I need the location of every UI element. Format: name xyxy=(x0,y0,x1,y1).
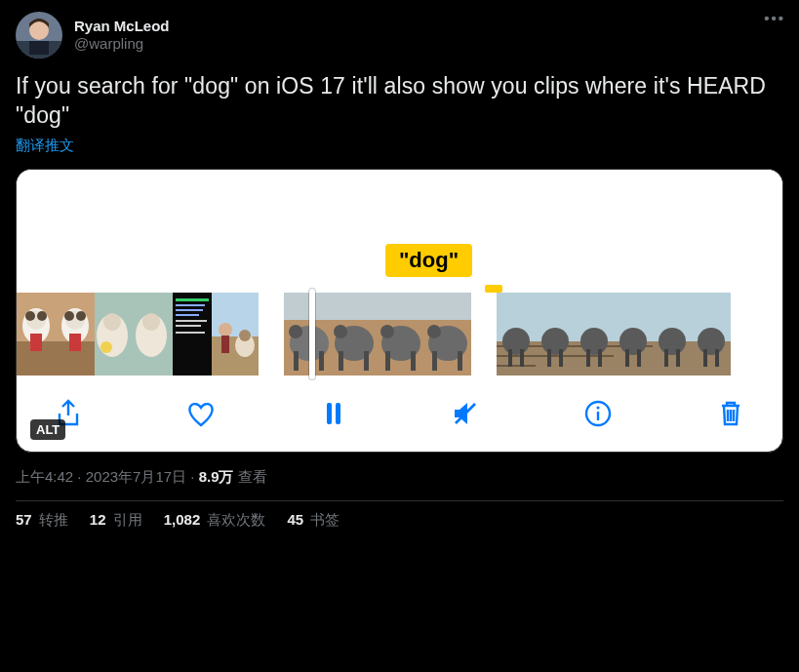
info-icon[interactable] xyxy=(578,393,619,434)
meta-views-label: 查看 xyxy=(234,468,267,485)
svg-point-83 xyxy=(580,328,608,355)
svg-point-8 xyxy=(25,311,35,321)
svg-rect-59 xyxy=(424,293,471,320)
svg-point-99 xyxy=(698,328,725,355)
svg-rect-90 xyxy=(625,349,629,367)
svg-rect-100 xyxy=(703,349,707,367)
author-names[interactable]: Ryan McLeod @warpling xyxy=(74,18,170,53)
svg-rect-36 xyxy=(221,336,229,353)
svg-point-43 xyxy=(289,325,302,338)
svg-rect-27 xyxy=(176,304,205,306)
alt-badge[interactable]: ALT xyxy=(30,419,65,440)
svg-rect-70 xyxy=(508,349,512,367)
meta-date: 2023年7月17日 xyxy=(86,468,186,485)
meta-time: 上午4:42 xyxy=(16,468,73,485)
handle: @warpling xyxy=(74,35,170,53)
svg-rect-62 xyxy=(432,351,437,371)
svg-rect-40 xyxy=(284,293,331,320)
svg-rect-10 xyxy=(30,334,42,351)
stats-row: 57 转推 12 引用 1,082 喜欢次数 45 书签 xyxy=(16,511,783,530)
svg-point-94 xyxy=(659,328,686,355)
stat-quotes[interactable]: 12 引用 xyxy=(90,511,142,530)
svg-rect-30 xyxy=(176,320,207,322)
playhead[interactable] xyxy=(309,289,315,379)
pause-icon[interactable] xyxy=(313,393,354,434)
stat-bookmarks[interactable]: 45 书签 xyxy=(287,511,340,530)
svg-point-76 xyxy=(541,328,569,355)
svg-rect-56 xyxy=(385,351,390,371)
caption-bubble: "dog" xyxy=(385,244,472,277)
svg-rect-85 xyxy=(598,349,602,367)
tweet-meta[interactable]: 上午4:42 · 2023年7月17日 · 8.9万 查看 xyxy=(16,468,783,487)
mute-icon[interactable] xyxy=(445,393,486,434)
clip-group-3[interactable] xyxy=(497,293,731,376)
svg-rect-77 xyxy=(547,349,551,367)
svg-rect-17 xyxy=(69,334,81,351)
svg-rect-96 xyxy=(676,349,680,367)
svg-point-16 xyxy=(76,311,86,321)
svg-rect-50 xyxy=(339,351,343,371)
svg-rect-84 xyxy=(586,349,590,367)
video-scrubber[interactable] xyxy=(17,293,782,376)
more-icon[interactable]: ••• xyxy=(764,10,785,26)
svg-rect-103 xyxy=(336,403,340,424)
svg-point-20 xyxy=(103,313,121,331)
svg-point-106 xyxy=(597,406,600,409)
display-name: Ryan McLeod xyxy=(74,18,170,35)
svg-point-49 xyxy=(334,325,347,338)
svg-rect-51 xyxy=(364,351,369,371)
clip-group-1[interactable] xyxy=(17,293,259,376)
svg-rect-29 xyxy=(176,314,199,316)
svg-point-15 xyxy=(64,311,74,321)
clip-group-2[interactable] xyxy=(284,293,471,376)
svg-rect-91 xyxy=(637,349,641,367)
svg-rect-57 xyxy=(411,351,416,371)
svg-point-38 xyxy=(239,330,251,341)
divider xyxy=(16,500,783,501)
svg-point-55 xyxy=(380,325,394,338)
svg-rect-26 xyxy=(176,298,209,301)
svg-rect-95 xyxy=(664,349,668,367)
svg-rect-71 xyxy=(520,349,524,367)
meta-views-count: 8.9万 xyxy=(199,468,234,485)
tweet-text: If you search for "dog" on iOS 17 it'll … xyxy=(16,72,783,131)
svg-point-21 xyxy=(100,341,112,353)
svg-rect-101 xyxy=(715,349,719,367)
media-toolbar xyxy=(17,376,782,444)
heart-icon[interactable] xyxy=(180,393,221,434)
media-card[interactable]: "dog" xyxy=(16,169,783,453)
caption-tick xyxy=(485,285,502,293)
card-spacer xyxy=(17,170,782,244)
svg-point-69 xyxy=(502,328,530,355)
caption-bubble-wrap: "dog" xyxy=(17,244,782,293)
svg-rect-45 xyxy=(319,351,324,371)
stat-likes[interactable]: 1,082 喜欢次数 xyxy=(164,511,266,530)
svg-rect-28 xyxy=(176,309,203,311)
svg-rect-53 xyxy=(378,293,424,320)
svg-point-35 xyxy=(219,323,232,336)
stat-retweets[interactable]: 57 转推 xyxy=(16,511,68,530)
svg-point-24 xyxy=(142,313,160,331)
translate-link[interactable]: 翻译推文 xyxy=(16,137,783,155)
svg-rect-31 xyxy=(176,325,201,327)
svg-point-89 xyxy=(619,328,647,355)
svg-point-61 xyxy=(427,325,441,338)
svg-rect-63 xyxy=(458,351,462,371)
svg-rect-47 xyxy=(331,293,378,320)
trash-icon[interactable] xyxy=(710,393,751,434)
svg-rect-3 xyxy=(29,41,49,55)
tweet-header: Ryan McLeod @warpling xyxy=(16,12,783,59)
svg-rect-44 xyxy=(294,351,299,371)
avatar[interactable] xyxy=(16,12,62,59)
svg-point-9 xyxy=(37,311,47,321)
tweet-container: ••• Ryan McLeod @warpling If you search … xyxy=(0,0,799,541)
svg-rect-32 xyxy=(176,332,205,334)
svg-rect-78 xyxy=(559,349,563,367)
svg-rect-102 xyxy=(327,403,332,424)
